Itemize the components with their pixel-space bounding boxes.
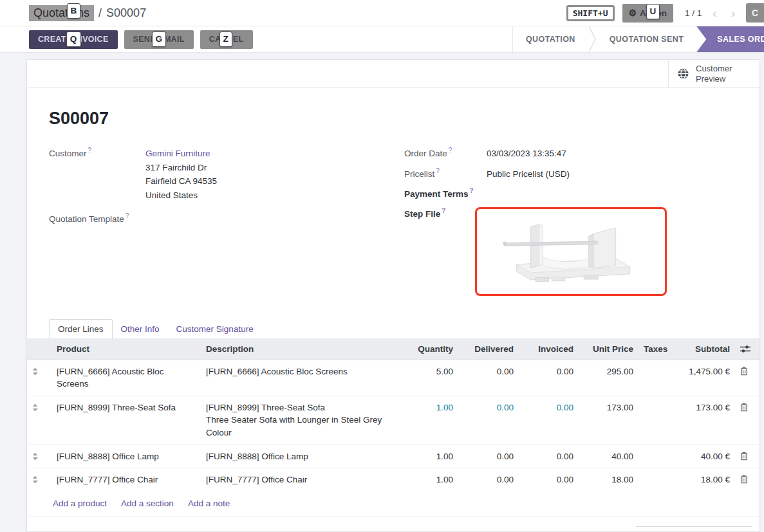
keyboard-hint-shift-u: SHIFT+U <box>566 5 615 21</box>
help-icon: ? <box>449 147 452 154</box>
field-step-file: Step File? <box>404 207 738 296</box>
cell-quantity[interactable]: 5.00 <box>404 360 458 396</box>
add-a-note-link[interactable]: Add a note <box>188 499 230 508</box>
cell-unit-price[interactable]: 18.00 <box>579 468 638 491</box>
optional-columns-icon[interactable] <box>740 345 756 353</box>
action-menu-button[interactable]: ⚙ Action U <box>622 4 674 23</box>
notebook: Order LinesOther InfoCustomer Signature … <box>27 319 759 517</box>
statusbar: QUOTATIONQUOTATION SENTSALES ORDER <box>512 26 764 52</box>
cell-delivered[interactable]: 0.00 <box>458 360 519 396</box>
field-order-date-value[interactable]: 03/03/2023 13:35:47 <box>487 147 566 161</box>
optional-columns-header <box>735 338 760 360</box>
column-header-delivered: Delivered <box>458 338 519 360</box>
cell-delivered[interactable]: 0.00 <box>458 396 519 445</box>
keyboard-hint-action: U <box>646 4 660 19</box>
field-customer: Customer? Gemini Furniture 317 Fairchild… <box>49 147 404 202</box>
cell-taxes[interactable] <box>638 468 674 491</box>
field-pricelist: Pricelist? Public Pricelist (USD) <box>404 167 738 181</box>
fields-left-column: Customer? Gemini Furniture 317 Fairchild… <box>49 147 404 302</box>
drag-handle-icon[interactable] <box>27 445 51 468</box>
cell-delivered[interactable]: 0.00 <box>458 468 519 491</box>
pager-next-icon[interactable]: › <box>728 7 738 19</box>
total-block: Total: 1,706.00 € <box>636 526 752 532</box>
cell-description[interactable]: [FURN_8888] Office Lamp <box>201 445 404 468</box>
cell-quantity[interactable]: 1.00 <box>404 445 458 468</box>
add-a-section-link[interactable]: Add a section <box>121 499 174 508</box>
column-header-quantity: Quantity <box>404 338 458 360</box>
create-invoice-button[interactable]: CREATE INVOICE Q <box>29 30 118 49</box>
globe-icon <box>677 68 689 80</box>
cell-unit-price[interactable]: 40.00 <box>579 445 638 468</box>
cell-product[interactable]: [FURN_6666] Acoustic Bloc Screens <box>51 360 201 396</box>
column-header-invoiced: Invoiced <box>519 338 579 360</box>
cell-taxes[interactable] <box>638 445 674 468</box>
cell-unit-price[interactable]: 295.00 <box>579 360 638 396</box>
delete-row-icon[interactable] <box>735 360 760 396</box>
cell-taxes[interactable] <box>638 360 674 396</box>
statusbar-step[interactable]: QUOTATION <box>513 35 588 44</box>
column-header-subtotal: Subtotal <box>674 338 735 360</box>
statusbar-step[interactable]: QUOTATION SENT <box>597 35 697 44</box>
breadcrumb-app-label: Quotations <box>33 6 89 19</box>
cell-invoiced[interactable]: 0.00 <box>519 445 579 468</box>
cell-description[interactable]: [FURN_6666] Acoustic Bloc Screens <box>201 360 404 396</box>
drag-handle-icon[interactable] <box>27 468 51 491</box>
customer-address-line: Fairfield CA 94535 <box>145 174 217 188</box>
cell-quantity[interactable]: 1.00 <box>404 468 458 491</box>
step-file-image[interactable] <box>475 207 667 296</box>
tab-other-info[interactable]: Other Info <box>113 320 168 338</box>
field-order-date-label: Order Date? <box>404 147 487 158</box>
breadcrumb: Quotations B / S00007 <box>29 5 146 21</box>
drag-handle-icon[interactable] <box>27 396 51 445</box>
cell-quantity[interactable]: 1.00 <box>404 396 458 445</box>
cell-description[interactable]: [FURN_7777] Office Chair <box>201 468 404 491</box>
customer-preview-button[interactable]: Customer Preview <box>668 60 759 87</box>
cell-unit-price[interactable]: 173.00 <box>579 396 638 445</box>
cell-description[interactable]: [FURN_8999] Three-Seat SofaThree Seater … <box>201 396 404 445</box>
delete-row-icon[interactable] <box>735 396 760 445</box>
cell-product[interactable]: [FURN_8999] Three-Seat Sofa <box>51 396 201 445</box>
pager-prev-icon[interactable]: ‹ <box>709 7 720 19</box>
breadcrumb-record: S00007 <box>106 6 146 20</box>
cancel-button[interactable]: CANCEL Z <box>200 30 253 49</box>
field-pricelist-label: Pricelist? <box>404 167 487 179</box>
main-content: Customer Preview S00007 Customer? Gemini… <box>0 53 764 532</box>
fields-right-column: Order Date? 03/03/2023 13:35:47 Pricelis… <box>404 147 738 302</box>
tab-order-lines[interactable]: Order Lines <box>49 319 113 338</box>
delete-row-icon[interactable] <box>735 445 760 468</box>
cell-taxes[interactable] <box>638 396 674 445</box>
send-email-button[interactable]: SEND EMAIL G <box>124 30 194 49</box>
cell-product[interactable]: [FURN_7777] Office Chair <box>51 468 201 491</box>
keyboard-hint-breadcrumb: B <box>67 3 81 19</box>
cell-invoiced[interactable]: 0.00 <box>519 396 579 445</box>
step-file-3d-preview <box>500 216 642 287</box>
record-action-buttons: CREATE INVOICE Q SEND EMAIL G CANCEL Z <box>29 30 253 49</box>
pager-counter: 1 / 1 <box>685 8 702 18</box>
drag-handle-icon[interactable] <box>27 360 51 396</box>
order-line-row: [FURN_6666] Acoustic Bloc Screens[FURN_6… <box>27 360 760 396</box>
statusbar-step-active[interactable]: SALES ORDER <box>696 26 764 52</box>
drag-column-header <box>27 338 51 360</box>
order-lines-body: [FURN_6666] Acoustic Bloc Screens[FURN_6… <box>27 360 760 491</box>
cell-product[interactable]: [FURN_8888] Office Lamp <box>51 445 201 468</box>
column-header-taxes: Taxes <box>638 338 674 360</box>
tab-customer-signature[interactable]: Customer Signature <box>168 320 262 338</box>
cell-subtotal: 18.00 € <box>674 468 735 491</box>
cell-invoiced[interactable]: 0.00 <box>519 468 579 491</box>
field-pricelist-value[interactable]: Public Pricelist (USD) <box>487 167 570 181</box>
delete-row-icon[interactable] <box>735 468 760 491</box>
breadcrumb-app-link[interactable]: Quotations B <box>29 5 94 21</box>
form-sheet: S00007 Customer? Gemini Furniture 317 Fa… <box>27 88 759 532</box>
clipped-edge-button[interactable]: C <box>746 3 764 23</box>
control-bar: CREATE INVOICE Q SEND EMAIL G CANCEL Z Q… <box>0 26 764 53</box>
terms-placeholder[interactable]: Terms and conditions... <box>53 526 142 532</box>
cell-subtotal: 40.00 € <box>674 445 735 468</box>
customer-link[interactable]: Gemini Furniture <box>145 149 210 158</box>
form-card-header: Customer Preview <box>27 60 759 88</box>
cell-delivered[interactable]: 0.00 <box>458 445 519 468</box>
help-icon: ? <box>88 147 92 154</box>
add-line-row: Add a productAdd a sectionAdd a note <box>27 491 759 517</box>
customer-preview-label: Customer Preview <box>696 64 732 84</box>
add-a-product-link[interactable]: Add a product <box>53 499 107 508</box>
cell-invoiced[interactable]: 0.00 <box>519 360 579 396</box>
